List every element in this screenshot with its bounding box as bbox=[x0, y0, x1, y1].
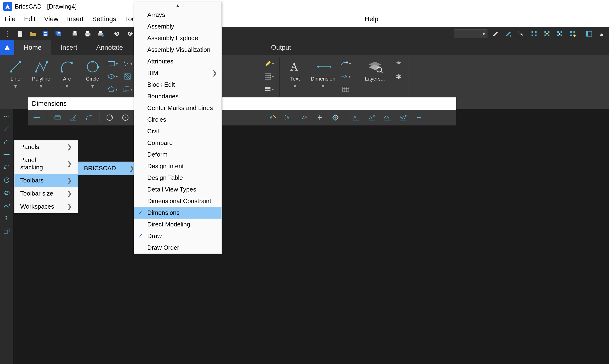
ellipse-small-button[interactable]: ▾ bbox=[108, 71, 118, 82]
panel-toggle-icon[interactable] bbox=[584, 29, 594, 39]
layer-prop-2-icon[interactable] bbox=[393, 71, 404, 82]
draw-circle-center-icon[interactable] bbox=[2, 175, 11, 185]
menu-help[interactable]: Help bbox=[365, 15, 378, 23]
ctx-item-toolbar-size[interactable]: Toolbar size❯ bbox=[14, 187, 78, 200]
dim-linear-icon[interactable] bbox=[31, 112, 42, 123]
scroll-up-icon[interactable]: ▲ bbox=[134, 2, 221, 9]
print-preview-icon[interactable] bbox=[70, 29, 80, 39]
grip-icon[interactable]: ⋮ bbox=[2, 29, 12, 39]
pen-add-icon[interactable]: + bbox=[504, 29, 513, 39]
circle-button[interactable]: Circle ▾ bbox=[82, 58, 103, 89]
toolbar-list-item[interactable]: Boundaries bbox=[134, 91, 221, 102]
style-combo[interactable]: ▾ bbox=[454, 29, 487, 38]
ctx-item-bricscad[interactable]: BRICSCAD❯ bbox=[78, 162, 140, 175]
toolbar-list-item[interactable]: ✓Dimensions bbox=[134, 207, 221, 219]
table-small-button[interactable] bbox=[340, 84, 351, 95]
dimension-button[interactable]: Dimension ▾ bbox=[310, 58, 336, 89]
toolbar-list-item[interactable]: Block Edit bbox=[134, 79, 221, 91]
leader-small-button[interactable]: ▾ bbox=[340, 58, 351, 69]
hatch-small-button[interactable] bbox=[122, 71, 133, 82]
save-icon[interactable] bbox=[41, 29, 50, 39]
snap-grid-2-icon[interactable] bbox=[542, 29, 552, 39]
open-folder-icon[interactable] bbox=[28, 29, 38, 39]
ribbon-tab-insert[interactable]: Insert bbox=[51, 40, 87, 55]
ctx-item-toolbars[interactable]: Toolbars❯ bbox=[14, 174, 78, 187]
rectangle-small-button[interactable]: ▾ bbox=[108, 58, 118, 69]
point-small-button[interactable]: ▾ bbox=[122, 58, 133, 69]
snap-grid-1-icon[interactable] bbox=[529, 29, 539, 39]
polygon-small-button[interactable]: ▾ bbox=[108, 84, 118, 95]
dim-tolerance-icon[interactable] bbox=[314, 112, 325, 123]
toolbar-list-item[interactable]: BIM❯ bbox=[134, 67, 221, 79]
menu-insert[interactable]: Insert bbox=[67, 15, 84, 23]
menu-edit[interactable]: Edit bbox=[24, 15, 35, 23]
dim-style-aa2-icon[interactable]: AA bbox=[398, 112, 409, 123]
toolbar-list-item[interactable]: Assembly Visualization bbox=[134, 44, 221, 56]
dim-arc-icon[interactable] bbox=[83, 112, 95, 123]
toolbar-list-item[interactable]: Draw Order bbox=[134, 242, 221, 254]
draw-ray-icon[interactable] bbox=[2, 150, 11, 159]
toolbar-list-item[interactable]: Direct Modeling bbox=[134, 219, 221, 230]
undo-icon[interactable] bbox=[112, 29, 122, 39]
layer-dropdown-button[interactable]: ▾ bbox=[264, 84, 275, 95]
publish-icon[interactable] bbox=[96, 29, 105, 39]
toolbar-list-item[interactable]: Deform bbox=[134, 149, 221, 160]
toolbar-list-item[interactable]: Center Marks and Lines bbox=[134, 102, 221, 114]
text-button[interactable]: A Text ▾ bbox=[284, 58, 306, 89]
ctx-item-panels[interactable]: Panels❯ bbox=[14, 140, 78, 154]
region-small-button[interactable]: ▾ bbox=[122, 84, 133, 95]
save-all-icon[interactable] bbox=[54, 29, 63, 39]
snap-grid-4-icon[interactable] bbox=[568, 29, 577, 39]
ribbon-app-button[interactable] bbox=[0, 40, 14, 55]
arc-button[interactable]: Arc ▾ bbox=[56, 58, 78, 89]
ctx-item-workspaces[interactable]: Workspaces❯ bbox=[14, 200, 78, 213]
dim-center-icon[interactable] bbox=[330, 112, 341, 123]
menu-settings[interactable]: Settings bbox=[92, 15, 116, 23]
dim-text-expand-icon[interactable]: A bbox=[283, 112, 294, 123]
layers-button[interactable]: Layers... bbox=[361, 58, 389, 82]
draw-helix-icon[interactable] bbox=[2, 214, 11, 223]
dim-angular-icon[interactable] bbox=[68, 112, 79, 123]
ribbon-tab-annotate[interactable]: Annotate bbox=[87, 40, 133, 55]
menu-file[interactable]: File bbox=[5, 15, 15, 23]
snap-grid-3-icon[interactable] bbox=[555, 29, 565, 39]
toolbar-list-item[interactable]: Design Table bbox=[134, 172, 221, 184]
dim-style-aa1-icon[interactable]: AA bbox=[382, 112, 393, 123]
draw-region-icon[interactable] bbox=[2, 227, 11, 236]
draw-spline-icon[interactable] bbox=[2, 201, 11, 210]
redo-icon[interactable] bbox=[125, 29, 135, 39]
grid-dropdown-button[interactable]: ▾ bbox=[264, 71, 275, 82]
menu-view[interactable]: View bbox=[44, 15, 58, 23]
toolbar-list-item[interactable]: Assembly Explode bbox=[134, 32, 221, 44]
print-icon[interactable] bbox=[83, 29, 93, 39]
ctx-item-panel-stacking[interactable]: Panel stacking❯ bbox=[14, 154, 78, 174]
dim-style-a1-icon[interactable]: A bbox=[351, 112, 361, 123]
ribbon-tab-home[interactable]: Home bbox=[14, 40, 51, 55]
toolbar-list-item[interactable]: Civil bbox=[134, 125, 221, 137]
draw-ellipse-icon[interactable] bbox=[2, 188, 11, 198]
mtext-small-button[interactable]: ↔A▾ bbox=[340, 71, 351, 82]
layer-prop-1-icon[interactable] bbox=[393, 58, 404, 69]
toolbar-list-item[interactable]: Design Intent bbox=[134, 160, 221, 172]
draw-grip-icon[interactable]: ⋯ bbox=[2, 111, 11, 121]
eraser-icon[interactable] bbox=[597, 29, 607, 39]
new-file-icon[interactable] bbox=[15, 29, 25, 39]
line-button[interactable]: Line ▾ bbox=[5, 58, 26, 89]
dim-aligned-icon[interactable] bbox=[52, 112, 63, 123]
dim-style-a2-icon[interactable]: A bbox=[366, 112, 377, 123]
toolbar-list-item[interactable]: Attributes bbox=[134, 56, 221, 67]
toolbar-list-item[interactable]: Compare bbox=[134, 137, 221, 149]
toolbar-list-item[interactable]: Assembly bbox=[134, 21, 221, 32]
dimensions-toolbar[interactable]: Dimensions A A A A A AA AA bbox=[28, 97, 456, 125]
pencil-dropdown-button[interactable]: ▾ bbox=[264, 58, 275, 69]
ribbon-tab-output[interactable]: Output bbox=[262, 40, 301, 55]
toolbar-list-item[interactable]: Arrays bbox=[134, 9, 221, 21]
dim-more-icon[interactable] bbox=[414, 112, 424, 123]
draw-circle2-icon[interactable] bbox=[2, 163, 11, 172]
polyline-button[interactable]: Polyline ▾ bbox=[30, 58, 52, 89]
toolbar-list-item[interactable]: Circles bbox=[134, 114, 221, 125]
dim-diameter-icon[interactable] bbox=[120, 112, 131, 123]
drawing-canvas[interactable] bbox=[13, 109, 609, 364]
draw-arc-icon[interactable] bbox=[2, 137, 11, 146]
select-cursor-icon[interactable] bbox=[516, 29, 526, 39]
